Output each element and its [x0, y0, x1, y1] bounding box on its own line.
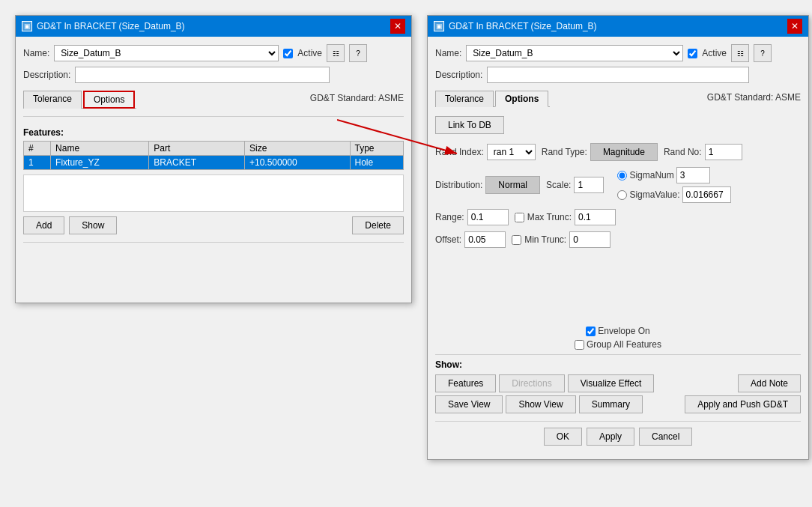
dialog2-options-content: Link To DB Rand Index: ran 1 Rand Type: … [435, 112, 801, 350]
dialog1-content: Name: Size_Datum_B Active ☷ ? Descriptio… [16, 37, 411, 303]
apply-button[interactable]: Apply [587, 428, 634, 446]
range-row: Range: Max Trunc: [435, 209, 801, 225]
dialog1-icon: ▣ [22, 21, 32, 31]
show-label: Show: [435, 359, 801, 370]
visualize-effect-button[interactable]: Visualize Effect [568, 374, 655, 392]
rand-index-label: Rand Index: [435, 147, 484, 157]
features-button[interactable]: Features [435, 374, 496, 392]
dialog1-col-num: # [24, 142, 51, 156]
dialog1-titlebar: ▣ GD&T In BRACKET (Size_Datum_B) ✕ [16, 16, 411, 37]
summary-button[interactable]: Summary [579, 395, 643, 413]
rand-no-group: Rand No: [664, 144, 742, 160]
sigma-num-radio[interactable] [617, 171, 627, 180]
scale-group: Scale: [546, 177, 604, 193]
dialog1-description-input[interactable] [75, 67, 330, 83]
rand-no-label: Rand No: [664, 147, 702, 157]
sigma-value-input[interactable] [682, 186, 731, 203]
rand-no-input[interactable] [705, 144, 742, 160]
dialog1-gdnt-standard: GD&T Standard: ASME [310, 93, 404, 103]
distribution-row: Distribution: Normal Scale: SigmaNum [435, 167, 801, 203]
dialog1-features-label: Features: [23, 127, 404, 138]
apply-push-button[interactable]: Apply and Push GD&T [685, 395, 801, 413]
min-trunc-checkbox[interactable] [512, 235, 521, 245]
row1-size: +10.500000 [244, 156, 350, 170]
link-to-db-button[interactable]: Link To DB [435, 116, 504, 134]
dialog1-action-row: Add Show Delete [23, 216, 404, 234]
scale-input[interactable] [574, 177, 604, 193]
dialog2-description-input[interactable] [487, 67, 749, 83]
add-note-button[interactable]: Add Note [738, 374, 801, 392]
min-trunc-label: Min Trunc: [524, 234, 566, 245]
dialog1-features-table: # Name Part Size Type 1 Fixture_YZ BRACK… [23, 141, 404, 170]
dialog2-active-checkbox[interactable] [688, 49, 697, 58]
distribution-button[interactable]: Normal [485, 176, 540, 194]
min-trunc-input[interactable] [569, 231, 610, 248]
group-all-features-label: Group All Features [587, 339, 661, 350]
dialog2-tab-tolerance[interactable]: Tolerance [435, 91, 494, 107]
dialog1-icon-btn2[interactable]: ? [349, 44, 367, 62]
dialog1-active-checkbox[interactable] [283, 49, 293, 58]
rand-type-button[interactable]: Magnitude [590, 143, 658, 161]
dialog1-tabs-row: Tolerance Options GD&T Standard: ASME [23, 88, 404, 109]
dialog2-icon-btn1[interactable]: ☷ [731, 44, 749, 62]
dialog2-tab-options[interactable]: Options [495, 91, 548, 107]
dialog2-tabs-row: Tolerance Options GD&T Standard: ASME [435, 88, 801, 107]
dialog2-name-row: Name: Size_Datum_B Active ☷ ? [435, 44, 801, 62]
dialog1-icon-btn1[interactable]: ☷ [327, 44, 345, 62]
dialog2-icon-btn2[interactable]: ? [754, 44, 772, 62]
dialog1-titlebar-left: ▣ GD&T In BRACKET (Size_Datum_B) [22, 21, 185, 31]
max-trunc-input[interactable] [575, 209, 616, 225]
dialog2-name-dropdown[interactable]: Size_Datum_B [466, 45, 683, 61]
show-view-button[interactable]: Show View [506, 395, 575, 413]
dialog1-name-dropdown[interactable]: Size_Datum_B [54, 45, 279, 61]
dialog1-show-button[interactable]: Show [69, 216, 117, 234]
range-label: Range: [435, 212, 464, 222]
rand-type-label: Rand Type: [542, 147, 587, 157]
dialog1-close-button[interactable]: ✕ [390, 19, 405, 34]
offset-row: Offset: Min Trunc: [435, 231, 801, 248]
dialog2-content: Name: Size_Datum_B Active ☷ ? Descriptio… [428, 37, 808, 459]
dialog1-add-button[interactable]: Add [23, 216, 64, 234]
row1-name: Fixture_YZ [51, 156, 149, 170]
link-to-db-row: Link To DB [435, 116, 801, 134]
offset-input[interactable] [464, 231, 506, 248]
dialog1-title: GD&T In BRACKET (Size_Datum_B) [37, 21, 185, 31]
rand-index-select[interactable]: ran 1 [487, 144, 536, 160]
save-view-button[interactable]: Save View [435, 395, 503, 413]
max-trunc-checkbox[interactable] [515, 213, 524, 222]
dialog1-description-row: Description: [23, 67, 404, 83]
directions-button[interactable]: Directions [499, 374, 564, 392]
row1-part: BRACKET [149, 156, 245, 170]
range-input[interactable] [467, 209, 509, 225]
scale-label: Scale: [546, 180, 571, 190]
dialog2-titlebar: ▣ GD&T In BRACKET (Size_Datum_B) ✕ [428, 16, 808, 37]
dialog1-active-label: Active [297, 48, 322, 58]
group-all-features-checkbox[interactable] [575, 340, 584, 350]
show-section: Show: Features Directions Visualize Effe… [435, 354, 801, 416]
row1-type: Hole [350, 156, 404, 170]
dialog2-description-label: Description: [435, 70, 482, 80]
dialog1-tab-tolerance[interactable]: Tolerance [23, 91, 82, 109]
max-trunc-label: Max Trunc: [527, 212, 572, 222]
dialog2-tabs: Tolerance Options [435, 91, 550, 107]
dialog1-bottom-separator [23, 242, 404, 243]
envelope-area: Envelope On Group All Features [435, 326, 801, 350]
dialog1-col-type: Type [350, 142, 404, 156]
sigma-value-radio[interactable] [617, 190, 627, 200]
dialog2-title: GD&T In BRACKET (Size_Datum_B) [449, 21, 597, 31]
sigma-num-input[interactable] [676, 167, 710, 183]
envelope-on-checkbox[interactable] [586, 327, 596, 336]
range-group: Range: [435, 209, 509, 225]
cancel-button[interactable]: Cancel [639, 428, 692, 446]
show-row1: Features Directions Visualize Effect Add… [435, 374, 801, 392]
show-row2: Save View Show View Summary Apply and Pu… [435, 395, 801, 413]
dialog2-close-button[interactable]: ✕ [787, 19, 802, 34]
dialog2-gdnt-standard: GD&T Standard: ASME [707, 92, 801, 103]
dialog1-delete-button[interactable]: Delete [352, 216, 404, 234]
dialog1-tab-options[interactable]: Options [83, 91, 135, 109]
dialog2-icon: ▣ [434, 21, 444, 31]
table-row[interactable]: 1 Fixture_YZ BRACKET +10.500000 Hole [24, 156, 404, 170]
dialog1-col-part: Part [149, 142, 245, 156]
ok-button[interactable]: OK [544, 428, 582, 446]
sigma-value-label: SigmaValue: [629, 189, 679, 200]
